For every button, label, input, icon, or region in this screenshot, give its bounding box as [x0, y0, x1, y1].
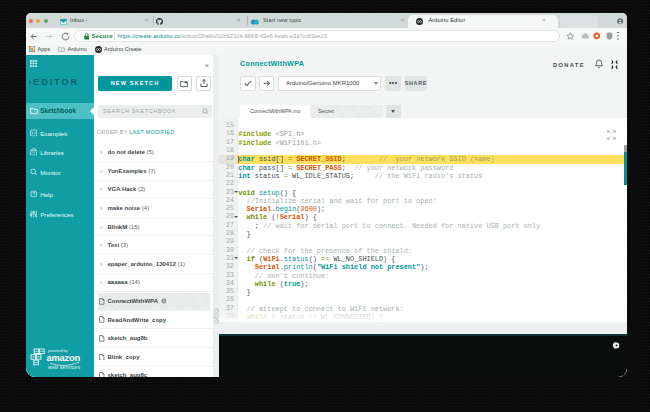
svg-text:?: ?	[32, 191, 35, 196]
